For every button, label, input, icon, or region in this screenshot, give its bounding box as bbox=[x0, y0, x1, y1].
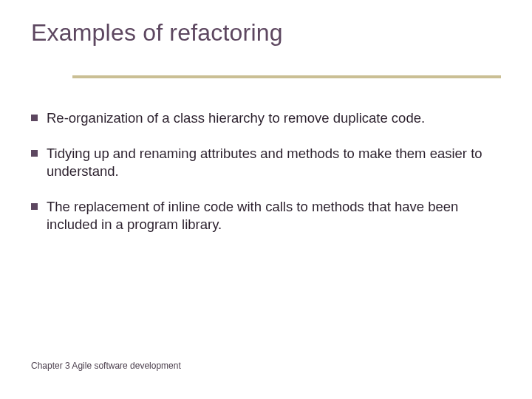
list-item-text: The replacement of inline code with call… bbox=[47, 198, 495, 233]
list-item-text: Re-organization of a class hierarchy to … bbox=[47, 109, 425, 127]
slide: Examples of refactoring Re-organization … bbox=[0, 0, 532, 399]
page-title: Examples of refactoring bbox=[31, 19, 283, 47]
square-bullet-icon bbox=[31, 150, 38, 157]
footer-text: Chapter 3 Agile software development bbox=[31, 361, 181, 371]
list-item: Tidying up and renaming attributes and m… bbox=[31, 145, 495, 180]
title-underline bbox=[72, 75, 501, 78]
list-item: The replacement of inline code with call… bbox=[31, 198, 495, 233]
list-item-text: Tidying up and renaming attributes and m… bbox=[47, 145, 495, 180]
square-bullet-icon bbox=[31, 203, 38, 210]
bullet-list: Re-organization of a class hierarchy to … bbox=[31, 109, 495, 251]
square-bullet-icon bbox=[31, 115, 38, 121]
list-item: Re-organization of a class hierarchy to … bbox=[31, 109, 495, 127]
